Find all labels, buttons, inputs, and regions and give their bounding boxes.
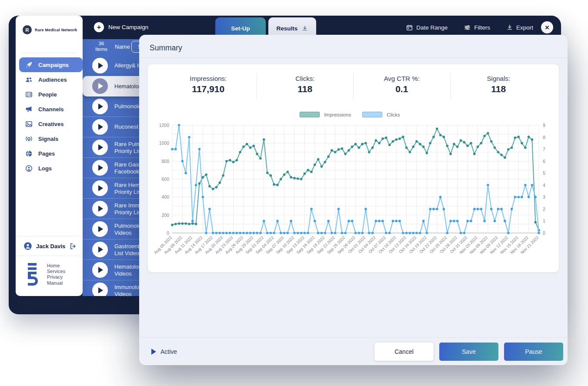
sidebar-item-people[interactable]: People: [16, 87, 83, 102]
brand-name: Rare Medical Network: [35, 28, 77, 32]
contact-card-icon: [25, 91, 33, 98]
export-label: Export: [516, 24, 533, 31]
logout-icon[interactable]: [69, 243, 77, 250]
cancel-button[interactable]: Cancel: [374, 343, 434, 361]
play-icon[interactable]: [92, 160, 108, 176]
sidebar-item-creatives[interactable]: Creatives: [16, 116, 83, 131]
legend-swatch-clicks: [362, 112, 382, 117]
footer-link-manual[interactable]: Manual: [47, 280, 65, 286]
sidebar-item-logs[interactable]: Logs: [16, 161, 83, 176]
sidebar-item-signals[interactable]: Signals: [16, 131, 83, 146]
play-icon[interactable]: [92, 58, 108, 73]
close-icon[interactable]: ✕: [541, 21, 553, 33]
pause-button[interactable]: Pause: [504, 343, 563, 361]
date-range-button[interactable]: Date Range: [406, 24, 448, 31]
footer-logo-icon: [24, 263, 42, 287]
image-icon: [25, 120, 33, 128]
user-name: Jack Davis: [36, 243, 65, 250]
results-chart: 0200400600800100012000123456789Aug 05 20…: [154, 118, 559, 267]
user-circle-icon: [25, 165, 33, 172]
play-icon[interactable]: [92, 262, 108, 278]
footer-link-services[interactable]: Services: [47, 269, 65, 274]
play-icon[interactable]: [92, 221, 108, 237]
legend-label-clicks: Clicks: [387, 112, 400, 117]
plus-icon: +: [94, 22, 104, 32]
sidebar-item-label: Channels: [38, 106, 64, 113]
svg-text:7: 7: [543, 146, 545, 152]
sidebar-nav: Campaigns Audiences: [16, 57, 83, 176]
download-icon[interactable]: [302, 25, 308, 31]
status-label: Active: [160, 348, 177, 355]
sidebar: R Rare Medical Network Campaigns: [16, 16, 83, 296]
user-row: Jack Davis: [16, 236, 83, 256]
sidebar-bottom: Jack Davis Home Services Privacy: [16, 236, 83, 296]
play-icon[interactable]: [92, 180, 108, 196]
brand-logo-icon: R: [23, 25, 32, 34]
sidebar-item-channels[interactable]: Channels: [16, 102, 83, 116]
user-avatar-icon: [23, 242, 32, 250]
status-badge: Active: [151, 348, 177, 355]
play-icon[interactable]: [92, 78, 108, 94]
megaphone-icon: [25, 106, 33, 113]
calendar-icon: [406, 24, 413, 31]
svg-text:1200: 1200: [159, 123, 170, 128]
footer-link-home[interactable]: Home: [47, 263, 65, 269]
svg-text:6: 6: [543, 159, 545, 164]
svg-text:0: 0: [167, 230, 169, 236]
sidebar-item-label: Pages: [38, 150, 55, 157]
date-range-label: Date Range: [416, 24, 448, 31]
play-icon[interactable]: [92, 283, 108, 296]
svg-text:200: 200: [161, 213, 169, 218]
people-group-icon: [25, 76, 33, 83]
new-campaign-button[interactable]: + New Campaign: [94, 22, 148, 32]
sidebar-item-label: Logs: [38, 165, 52, 172]
name-column-header: Name: [115, 43, 130, 50]
tab-results-label: Results: [277, 25, 298, 32]
svg-text:800: 800: [161, 159, 169, 164]
play-icon[interactable]: [92, 242, 108, 257]
sidebar-item-label: Signals: [38, 136, 58, 142]
results-card: Impressions: 117,910 Clicks: 118 Avg CTR…: [148, 64, 559, 272]
play-icon[interactable]: [92, 140, 108, 155]
signal-bulb-icon: [25, 135, 33, 143]
svg-text:600: 600: [161, 176, 169, 182]
save-button[interactable]: Save: [439, 343, 498, 361]
sidebar-item-pages[interactable]: Pages: [16, 146, 83, 161]
svg-text:8: 8: [543, 135, 545, 140]
svg-text:4: 4: [543, 183, 545, 188]
sidebar-item-campaigns[interactable]: Campaigns: [19, 57, 83, 72]
filters-button[interactable]: Filters: [464, 24, 490, 31]
screen: + New Campaign Set-Up Results: [0, 0, 588, 386]
svg-text:9: 9: [543, 123, 545, 128]
stat-signals: Signals: 118: [451, 73, 547, 99]
filters-label: Filters: [474, 24, 490, 31]
new-campaign-label: New Campaign: [108, 24, 148, 30]
legend-label-impressions: Impressions: [324, 112, 351, 117]
stat-impressions: Impressions: 117,910: [160, 73, 257, 99]
stat-avg-ctr: Avg CTR %: 0.1: [354, 73, 451, 99]
footer-buttons: Cancel Save Pause: [374, 343, 568, 361]
divider: [22, 53, 77, 53]
items-count: 36Items: [90, 41, 112, 52]
play-icon[interactable]: [92, 99, 108, 114]
brand: R Rare Medical Network: [16, 16, 83, 34]
play-icon[interactable]: [92, 119, 108, 135]
play-icon[interactable]: [92, 201, 108, 216]
footer-link-privacy[interactable]: Privacy: [47, 274, 65, 280]
modal-footer: Active Cancel Save Pause: [139, 337, 568, 365]
export-button[interactable]: Export: [507, 24, 533, 31]
globe-icon: [25, 150, 33, 157]
footer-links: Home Services Privacy Manual: [47, 263, 65, 286]
svg-text:3: 3: [543, 194, 545, 200]
play-icon: [151, 349, 156, 355]
sliders-icon: [464, 24, 471, 31]
stats-row: Impressions: 117,910 Clicks: 118 Avg CTR…: [160, 73, 547, 99]
sidebar-item-label: People: [38, 91, 57, 98]
sidebar-item-label: Audiences: [38, 77, 67, 83]
sidebar-item-audiences[interactable]: Audiences: [16, 72, 83, 87]
sidebar-item-label: Creatives: [38, 121, 64, 127]
rocket-icon: [25, 61, 33, 69]
chart-legend: Impressions Clicks: [148, 112, 559, 117]
svg-text:400: 400: [161, 194, 169, 200]
legend-swatch-impressions: [300, 112, 320, 117]
